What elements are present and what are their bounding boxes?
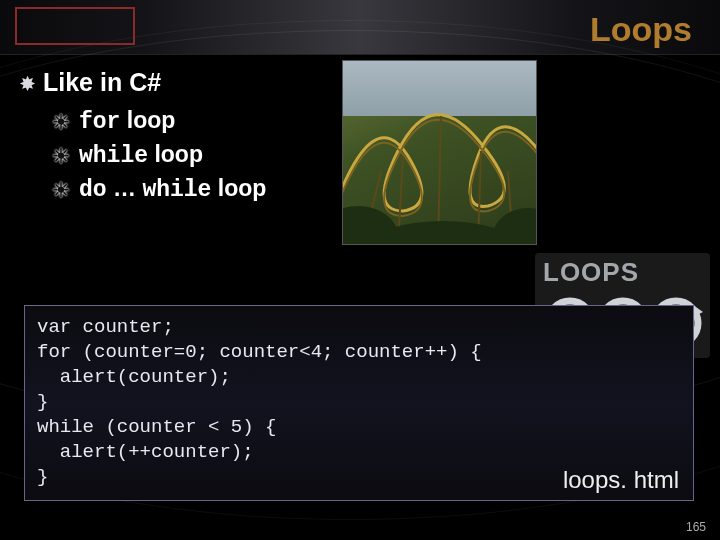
code-text: var counter; for (counter=0; counter<4; … <box>37 316 482 488</box>
bullet-code: for <box>79 109 120 135</box>
file-label: loops. html <box>563 464 679 496</box>
svg-point-7 <box>493 208 537 245</box>
sun-bullet-icon: ☀ <box>52 144 70 168</box>
bullet-code2: while <box>142 177 211 203</box>
bullet-while-loop: ☀ while loop <box>52 141 700 169</box>
star-bullet-icon: ✸ <box>20 73 35 95</box>
slide-title: Loops <box>590 10 692 49</box>
bullet-do-while-loop: ☀ do … while loop <box>52 175 700 203</box>
bullet-mid: … <box>107 175 143 201</box>
sun-bullet-icon: ☀ <box>52 110 70 134</box>
bullet-text: loop <box>120 107 175 133</box>
loops-badge-label: LOOPS <box>535 253 710 288</box>
page-number: 165 <box>686 520 706 534</box>
logo-placeholder <box>15 7 135 45</box>
bullet-code: while <box>79 143 148 169</box>
code-sample: var counter; for (counter=0; counter<4; … <box>24 305 694 501</box>
bullet-text: loop <box>148 141 203 167</box>
bullet-for-loop: ☀ for loop <box>52 107 700 135</box>
heading-text: Like in C# <box>43 68 161 97</box>
bullet-text: loop <box>211 175 266 201</box>
content-area: ✸ Like in C# ☀ for loop ☀ while loop ☀ d… <box>20 68 700 209</box>
sun-bullet-icon: ☀ <box>52 178 70 202</box>
heading-like-in-csharp: ✸ Like in C# <box>20 68 700 97</box>
bullet-code: do <box>79 177 107 203</box>
